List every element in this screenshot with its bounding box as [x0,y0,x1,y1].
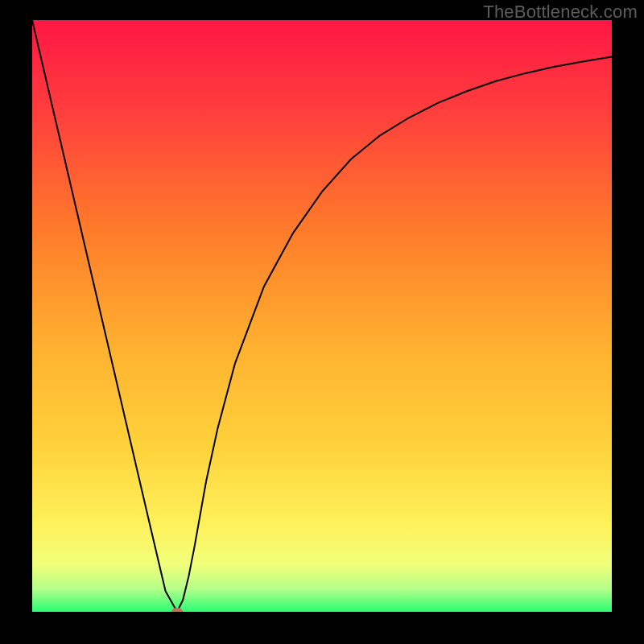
chart-svg [32,20,612,612]
plot-area [32,20,612,612]
gradient-background [32,20,612,612]
chart-frame: TheBottleneck.com [0,0,644,644]
watermark-label: TheBottleneck.com [483,2,638,23]
